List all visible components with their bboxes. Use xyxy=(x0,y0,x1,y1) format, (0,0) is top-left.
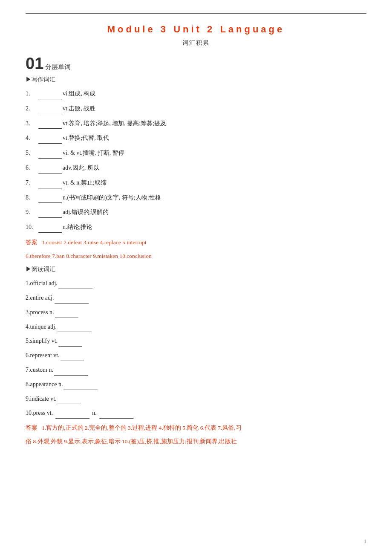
list-item: 4. vt.替换;代替, 取代 xyxy=(26,133,366,144)
list-item: 7.custom n. xyxy=(26,365,366,376)
reading-answer-row1: 答案 1.官方的,正式的 2.完全的,整个的 3.过程,进程 4.独特的 5.简… xyxy=(26,422,366,434)
list-item: 4.unique adj. xyxy=(26,322,366,332)
writing-vocab-list: 1. vi.组成, 构成 2. vt.击败, 战胜 3. vt.养育, 培养;举… xyxy=(26,89,366,233)
writing-answer-row1: 答案 1.consist 2.defeat 3.raise 4.replace … xyxy=(26,237,366,248)
section-title: 分层单词 xyxy=(45,63,71,71)
reading-vocab-list: 1.official adj. 2.entire adj. 3.process … xyxy=(26,278,366,419)
list-item: 8.appearance n. xyxy=(26,379,366,390)
page-number: 1 xyxy=(364,538,367,545)
answer-text4: 俗 8.外观,外貌 9.显示,表示,象征,暗示 10.(被)压,挤,推,施加压力… xyxy=(26,438,237,445)
answer-label: 答案 xyxy=(26,425,40,431)
answer-text3: 1.官方的,正式的 2.完全的,整个的 3.过程,进程 4.独特的 5.简化 6… xyxy=(42,425,242,431)
top-divider xyxy=(26,13,366,14)
list-item: 10. n.结论;推论 xyxy=(26,222,366,233)
list-item: 6. adv.因此, 所以 xyxy=(26,163,366,173)
list-item: 6.represent vt. xyxy=(26,350,366,361)
list-item: 2. vt.击败, 战胜 xyxy=(26,104,366,114)
main-title: Module 3 Unit 2 Language xyxy=(26,24,366,35)
list-item: 10.press vt. n. xyxy=(26,408,366,419)
list-item: 9. adj.错误的;误解的 xyxy=(26,207,366,218)
list-item: 1.official adj. xyxy=(26,278,366,289)
list-item: 5.simplify vt. xyxy=(26,336,366,347)
list-item: 8. n.(书写或印刷的)文字, 符号;人物;性格 xyxy=(26,193,366,203)
list-item: 2.entire adj. xyxy=(26,293,366,304)
answer-text2: 6.therefore 7.ban 8.character 9.mistaken… xyxy=(26,253,152,259)
list-item: 1. vi.组成, 构成 xyxy=(26,89,366,99)
section-number: 01 xyxy=(26,55,43,72)
writing-answer-row2: 6.therefore 7.ban 8.character 9.mistaken… xyxy=(26,251,366,262)
writing-vocab-label: ▶写作词汇 xyxy=(26,76,366,84)
subtitle: 词汇积累 xyxy=(26,39,366,47)
list-item: 9.indicate vt. xyxy=(26,394,366,405)
answer-label: 答案 xyxy=(26,239,40,246)
answer-text: 1.consist 2.defeat 3.raise 4.replace 5.i… xyxy=(42,239,147,246)
list-item: 7. vt. & n.禁止;取缔 xyxy=(26,178,366,188)
section-header: 01 分层单词 xyxy=(26,55,366,72)
reading-vocab-label: ▶阅读词汇 xyxy=(26,266,366,273)
list-item: 5. vi. & vt.插嘴, 打断, 暂停 xyxy=(26,148,366,159)
list-item: 3. vt.养育, 培养;举起, 增加, 提高;筹募;提及 xyxy=(26,119,366,129)
list-item: 3.process n. xyxy=(26,307,366,318)
reading-answer-row2: 俗 8.外观,外貌 9.显示,表示,象征,暗示 10.(被)压,挤,推,施加压力… xyxy=(26,436,366,447)
